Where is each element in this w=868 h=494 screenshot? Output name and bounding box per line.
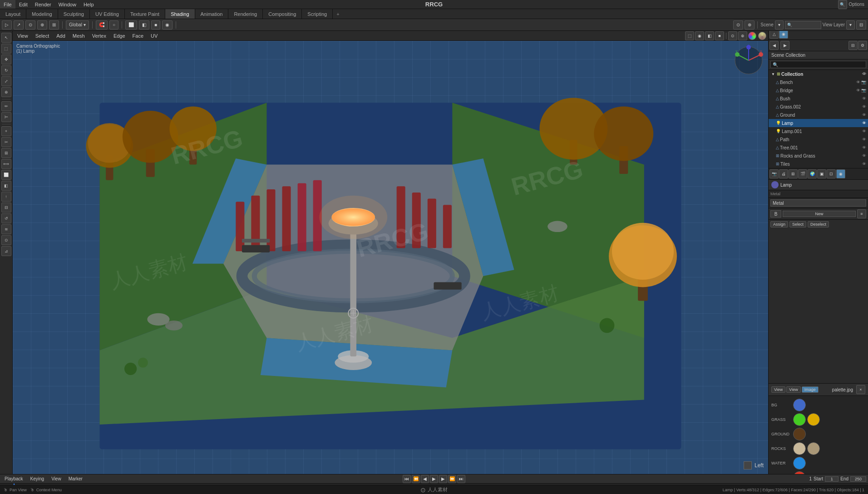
viewport-add-menu[interactable]: Add bbox=[54, 31, 68, 40]
palette-close-btn[interactable]: × bbox=[856, 385, 865, 394]
material-deselect-button[interactable]: Deselect bbox=[808, 221, 829, 227]
viewport-edge-menu[interactable]: Edge bbox=[111, 31, 128, 40]
viewport-gizmo-toggle[interactable]: ⊕ bbox=[738, 31, 747, 40]
shrink-btn[interactable]: ⊙ bbox=[1, 235, 11, 245]
outliner-item-ground[interactable]: △ Ground 👁 bbox=[769, 111, 868, 119]
tab-layout[interactable]: Layout bbox=[0, 9, 26, 19]
outliner-item-path[interactable]: △ Path 👁 bbox=[769, 135, 868, 143]
material-properties-icon[interactable]: ◉ bbox=[779, 30, 788, 39]
palette-tab-view2[interactable]: View bbox=[786, 386, 800, 393]
tab-shading[interactable]: Shading bbox=[165, 9, 195, 19]
material-name-field[interactable] bbox=[770, 199, 866, 207]
add-workspace-button[interactable]: + bbox=[333, 11, 343, 17]
ground-visibility-icon[interactable]: 👁 bbox=[862, 113, 866, 117]
viewport-shading-solid[interactable]: ◉ bbox=[695, 31, 704, 40]
outliner-item-lamp[interactable]: 💡 Lamp 👁 bbox=[769, 119, 868, 127]
timeline-next-frame-btn[interactable]: ⏩ bbox=[448, 475, 456, 483]
mat-view-layer-icon[interactable]: ⊞ bbox=[789, 169, 798, 178]
menu-render[interactable]: Render bbox=[31, 0, 55, 9]
knife-tool-btn[interactable]: ✂ bbox=[1, 137, 11, 147]
timeline-jump-start-btn[interactable]: ⏮ bbox=[403, 475, 411, 483]
material-assign-button[interactable]: Assign bbox=[770, 221, 788, 227]
timeline-jump-end-btn[interactable]: ⏭ bbox=[457, 475, 465, 483]
scale-tool-btn[interactable]: ⤢ bbox=[1, 76, 11, 86]
path-visibility-icon[interactable]: 👁 bbox=[862, 137, 866, 142]
panel-collapse-btn[interactable]: ◀ bbox=[769, 41, 779, 50]
viewport-vertex-menu[interactable]: Vertex bbox=[89, 31, 109, 40]
bevel-btn[interactable]: ◧ bbox=[1, 181, 11, 191]
grass-visibility-icon[interactable]: 👁 bbox=[862, 104, 866, 109]
water-swatch-1[interactable] bbox=[793, 457, 806, 469]
frame-start-input[interactable] bbox=[825, 476, 838, 482]
outliner-item-bridge[interactable]: △ Bridge 👁 📷 bbox=[769, 86, 868, 94]
shading-1[interactable]: ⬜ bbox=[125, 20, 137, 30]
panel-settings-btn[interactable]: ⚙ bbox=[858, 41, 867, 50]
loop-cut-btn[interactable]: ⊞ bbox=[1, 148, 11, 158]
extrude-btn[interactable]: ↑ bbox=[1, 192, 11, 202]
material-select-button[interactable]: Select bbox=[789, 221, 806, 227]
scene-dropdown[interactable]: ▾ bbox=[775, 20, 784, 30]
viewport-overlay-toggle[interactable]: ⊙ bbox=[728, 31, 737, 40]
add-primitive-btn[interactable]: + bbox=[1, 126, 11, 136]
spin-btn[interactable]: ↺ bbox=[1, 213, 11, 223]
palette-tab-image[interactable]: Image bbox=[802, 386, 819, 393]
outliner-search-input[interactable] bbox=[770, 61, 866, 68]
outliner-item-tiles[interactable]: ⊞ Tiles 👁 bbox=[769, 160, 868, 168]
gizmo-btn[interactable]: ⊕ bbox=[745, 20, 755, 30]
timeline-prev-keyframe-btn[interactable]: ◀ bbox=[421, 475, 429, 483]
tab-scripting[interactable]: Scripting bbox=[302, 9, 333, 19]
viewport-shading-material[interactable]: ◧ bbox=[705, 31, 714, 40]
viewport-shading-render[interactable]: ■ bbox=[715, 31, 724, 40]
outliner-item-lamp001[interactable]: 💡 Lamp.001 👁 bbox=[769, 127, 868, 135]
bush-visibility-icon[interactable]: 👁 bbox=[862, 96, 866, 101]
select-tool-btn[interactable]: ⬚ bbox=[1, 44, 11, 54]
mode-icon-1[interactable]: ▷ bbox=[2, 20, 12, 30]
data-properties-icon[interactable]: △ bbox=[769, 30, 779, 39]
tiles-visibility-icon[interactable]: 👁 bbox=[862, 162, 866, 166]
move-tool-btn[interactable]: ✥ bbox=[1, 54, 11, 64]
view-layer-dropdown[interactable]: ▾ bbox=[846, 20, 855, 30]
rotate-tool-btn[interactable]: ↻ bbox=[1, 65, 11, 75]
tab-modeling[interactable]: Modeling bbox=[26, 9, 58, 19]
palette-tab-view1[interactable]: View bbox=[771, 386, 785, 393]
menu-help[interactable]: Help bbox=[80, 0, 98, 9]
mode-icon-4[interactable]: ⊕ bbox=[37, 20, 47, 30]
main-viewport[interactable]: Camera Orthographic (1) Lamp bbox=[13, 41, 768, 474]
mat-scene-icon[interactable]: 🎬 bbox=[798, 169, 807, 178]
timeline-next-keyframe-btn[interactable]: ▶ bbox=[439, 475, 447, 483]
collection-visibility-icon[interactable]: 👁 bbox=[862, 72, 866, 76]
shading-3[interactable]: ■ bbox=[151, 20, 160, 30]
material-browse-icon[interactable]: ≡ bbox=[857, 209, 866, 218]
grass-swatch-1[interactable] bbox=[793, 413, 806, 426]
ground-swatch-1[interactable] bbox=[793, 428, 806, 440]
material-new-button[interactable]: New bbox=[783, 211, 856, 217]
outliner-item-collection[interactable]: ▼ ⊞ Collection 👁 bbox=[769, 70, 868, 78]
viewport-face-menu[interactable]: Face bbox=[130, 31, 146, 40]
tree-visibility-icon[interactable]: 👁 bbox=[862, 145, 866, 150]
search-bar[interactable]: 🔍 bbox=[787, 23, 792, 27]
navigation-gizmo[interactable]: X Y Z bbox=[733, 44, 764, 76]
mat-world-icon[interactable]: 🌍 bbox=[808, 169, 817, 178]
mat-modifier-icon[interactable]: ⊡ bbox=[827, 169, 836, 178]
bench-visibility-icon[interactable]: 👁 bbox=[856, 80, 860, 84]
viewport-shading-wire[interactable]: ⬚ bbox=[685, 31, 694, 40]
bridge-visibility-icon[interactable]: 👁 bbox=[856, 88, 860, 93]
lamp001-visibility-icon[interactable]: 👁 bbox=[862, 129, 866, 133]
mode-icon-5[interactable]: ⊞ bbox=[49, 20, 59, 30]
frame-end-input[interactable] bbox=[850, 476, 866, 482]
outliner-item-tree[interactable]: △ Tree.001 👁 bbox=[769, 143, 868, 152]
overlay-btn[interactable]: ⊙ bbox=[733, 20, 743, 30]
viewport-select-menu[interactable]: Select bbox=[33, 31, 52, 40]
mode-icon-2[interactable]: ↗ bbox=[14, 20, 24, 30]
outliner-item-rocks[interactable]: ⊞ Rocks and Grass 👁 bbox=[769, 152, 868, 160]
menu-file[interactable]: File bbox=[0, 0, 15, 9]
search-icon[interactable]: 🔍 bbox=[838, 0, 847, 9]
edge-slide-btn[interactable]: ⟺ bbox=[1, 159, 11, 169]
viewport-view-menu[interactable]: View bbox=[15, 31, 31, 40]
outliner-item-grass[interactable]: △ Grass.002 👁 bbox=[769, 103, 868, 111]
timeline-keying-menu[interactable]: Keying bbox=[28, 476, 47, 481]
shading-4[interactable]: ◉ bbox=[162, 20, 173, 30]
bridge-camera-icon[interactable]: 📷 bbox=[861, 88, 866, 93]
mode-dropdown[interactable]: Global ▾ bbox=[66, 20, 89, 30]
outliner-item-bush[interactable]: △ Bush 👁 bbox=[769, 94, 868, 103]
